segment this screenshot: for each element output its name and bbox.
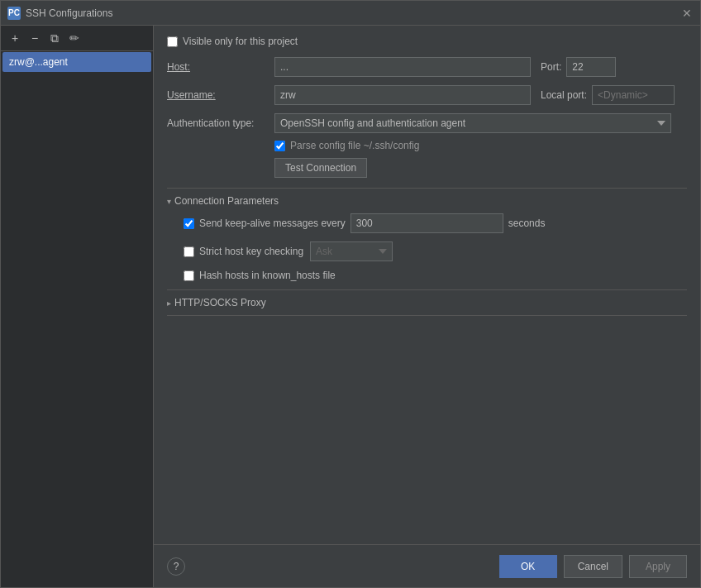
connection-params-chevron: ▾ <box>167 197 171 206</box>
connection-params-content: Send keep-alive messages every seconds S… <box>167 213 687 281</box>
strict-host-key-checkbox[interactable] <box>184 246 194 257</box>
test-connection-row: Test Connection <box>167 158 687 178</box>
hash-hosts-label: Hash hosts in known_hosts file <box>199 270 336 281</box>
visible-only-row: Visible only for this project <box>167 36 687 47</box>
connection-params-label: Connection Parameters <box>174 195 279 207</box>
visible-only-label: Visible only for this project <box>183 36 298 47</box>
hash-hosts-row: Hash hosts in known_hosts file <box>184 270 687 281</box>
host-row: Host: Port: <box>167 57 687 77</box>
copy-button[interactable]: ⧉ <box>45 29 64 47</box>
footer-right: OK Cancel Apply <box>499 555 687 578</box>
divider-1 <box>167 188 687 189</box>
strict-host-key-label: Strict host key checking <box>199 246 303 257</box>
parse-config-row: Parse config file ~/.ssh/config <box>274 140 687 151</box>
remove-button[interactable]: − <box>26 29 44 47</box>
footer: ? OK Cancel Apply <box>154 544 700 587</box>
parse-config-checkbox[interactable] <box>274 141 285 151</box>
visible-only-checkbox[interactable] <box>167 36 178 47</box>
auth-type-label: Authentication type: <box>167 117 274 129</box>
dialog-content: + − ⧉ ✏ zrw@...agent Visible only for th… <box>1 26 700 587</box>
http-proxy-chevron: ▸ <box>167 299 171 308</box>
http-proxy-label: HTTP/SOCKS Proxy <box>174 297 266 308</box>
keepalive-unit: seconds <box>508 218 546 229</box>
divider-2 <box>167 289 687 290</box>
keepalive-row: Send keep-alive messages every seconds <box>184 213 687 233</box>
auth-type-select[interactable]: OpenSSH config and authentication agent … <box>274 113 671 133</box>
username-row: Username: Local port: <box>167 85 687 105</box>
hash-hosts-checkbox[interactable] <box>184 270 194 281</box>
ssh-configurations-dialog: PC SSH Configurations ✕ + − ⧉ ✏ zrw@...a… <box>0 0 701 588</box>
ok-button[interactable]: OK <box>499 555 557 578</box>
add-button[interactable]: + <box>6 29 24 47</box>
username-label: Username: <box>167 89 274 101</box>
strict-host-key-row: Strict host key checking Ask Yes No <box>184 241 687 261</box>
main-panel: Visible only for this project Host: Port… <box>154 26 700 587</box>
footer-left: ? <box>167 557 185 576</box>
divider-3 <box>167 315 687 316</box>
parse-config-label: Parse config file ~/.ssh/config <box>290 140 419 151</box>
apply-button[interactable]: Apply <box>629 555 687 578</box>
keepalive-checkbox[interactable] <box>184 218 194 229</box>
port-label: Port: <box>541 61 561 73</box>
sidebar-toolbar: + − ⧉ ✏ <box>1 26 153 51</box>
cancel-button[interactable]: Cancel <box>564 555 622 578</box>
help-button[interactable]: ? <box>167 557 185 576</box>
connection-params-header[interactable]: ▾ Connection Parameters <box>167 195 687 207</box>
host-label: Host: <box>167 61 274 73</box>
edit-button[interactable]: ✏ <box>65 29 83 47</box>
keepalive-label: Send keep-alive messages every <box>199 218 346 229</box>
local-port-label: Local port: <box>541 89 587 101</box>
keepalive-input[interactable] <box>350 213 503 233</box>
auth-type-row: Authentication type: OpenSSH config and … <box>167 113 687 133</box>
http-proxy-header[interactable]: ▸ HTTP/SOCKS Proxy <box>167 297 687 308</box>
app-icon: PC <box>7 7 21 20</box>
title-bar: PC SSH Configurations ✕ <box>1 1 700 26</box>
host-input[interactable] <box>274 57 531 77</box>
close-button[interactable]: ✕ <box>680 7 694 20</box>
sidebar: + − ⧉ ✏ zrw@...agent <box>1 26 154 587</box>
main-content: Visible only for this project Host: Port… <box>154 26 700 544</box>
sidebar-item-0[interactable]: zrw@...agent <box>2 52 151 72</box>
dialog-title: SSH Configurations <box>26 7 680 19</box>
strict-host-key-select[interactable]: Ask Yes No <box>310 241 393 261</box>
test-connection-button[interactable]: Test Connection <box>274 158 367 178</box>
username-input[interactable] <box>274 85 531 105</box>
port-input[interactable] <box>566 57 616 77</box>
local-port-input[interactable] <box>592 85 675 105</box>
